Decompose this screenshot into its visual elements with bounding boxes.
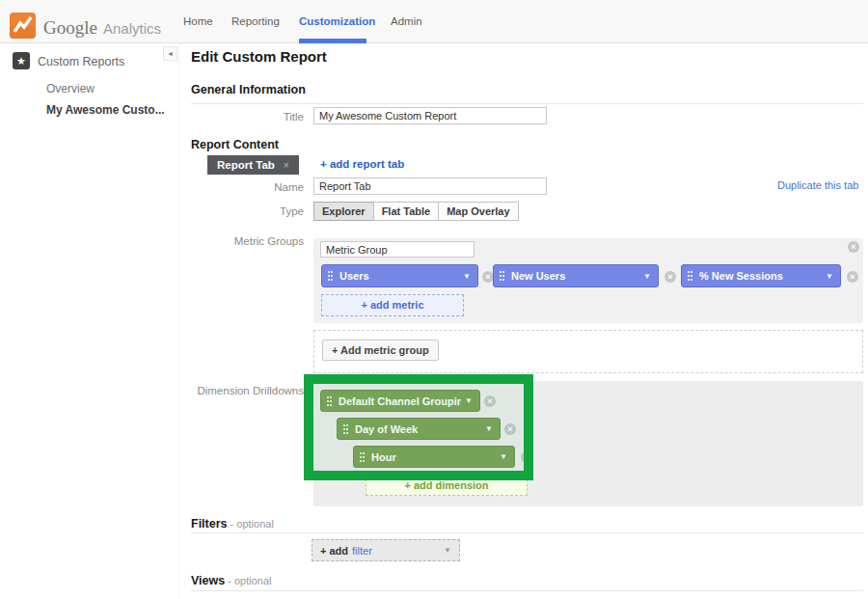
drag-handle-icon[interactable] <box>688 270 693 282</box>
add-metric-button[interactable]: + add metric <box>321 294 464 316</box>
drag-handle-icon[interactable] <box>328 270 334 282</box>
type-segmented-control: Explorer Flat Table Map Overlay <box>313 202 519 221</box>
report-tab-label: Report Tab <box>217 159 275 171</box>
drag-handle-icon[interactable] <box>360 451 366 463</box>
add-metric-group-button[interactable]: + Add metric group <box>322 340 439 361</box>
metric-group-remove-icon[interactable]: × <box>848 241 859 253</box>
custom-reports-star-icon: ★ <box>13 52 30 69</box>
remove-dimension-icon[interactable]: × <box>504 423 516 435</box>
add-filter-button[interactable]: + add filter ▼ <box>312 539 460 561</box>
dropdown-caret-icon[interactable]: ▼ <box>826 272 833 281</box>
dropdown-caret-icon[interactable]: ▼ <box>463 272 471 281</box>
nav-reporting[interactable]: Reporting <box>231 15 280 27</box>
type-option-explorer[interactable]: Explorer <box>313 202 374 221</box>
dimension-pill-hour[interactable]: Hour ▼ <box>353 446 515 468</box>
sidebar: ★ Custom Reports ◄ Overview My Awesome C… <box>0 43 179 599</box>
dropdown-caret-icon[interactable]: ▼ <box>465 396 473 405</box>
name-label: Name <box>191 181 304 193</box>
sidebar-collapse-button[interactable]: ◄ <box>163 46 177 61</box>
sidebar-item-my-awesome-custom-report[interactable]: My Awesome Custo... <box>46 103 165 117</box>
duplicate-this-tab-link[interactable]: Duplicate this tab <box>777 179 858 191</box>
name-input[interactable] <box>313 177 547 195</box>
type-option-map-overlay[interactable]: Map Overlay <box>438 202 518 221</box>
type-label: Type <box>191 205 304 217</box>
remove-metric-new-users-icon[interactable]: × <box>665 271 676 283</box>
type-option-flat-table[interactable]: Flat Table <box>373 202 440 221</box>
product-text: Analytics <box>103 20 161 37</box>
dimension-drilldowns-label: Dimension Drilldowns <box>191 385 304 396</box>
drag-handle-icon[interactable] <box>500 270 505 282</box>
add-metric-group-region: + Add metric group <box>313 330 863 373</box>
dimension-pill-default-channel-grouping[interactable]: Default Channel Grouping ▼ <box>320 390 480 412</box>
drag-handle-icon[interactable] <box>327 395 333 407</box>
metric-group-name-input[interactable] <box>320 241 475 258</box>
nav-home[interactable]: Home <box>183 15 213 27</box>
page-title: Edit Custom Report <box>191 48 327 65</box>
dropdown-caret-icon[interactable]: ▼ <box>485 424 493 433</box>
filter-caret-icon: ▼ <box>444 546 451 555</box>
divider <box>191 590 863 591</box>
dropdown-caret-icon[interactable]: ▼ <box>643 272 651 281</box>
nav-customization[interactable]: Customization <box>299 15 375 27</box>
title-label: Title <box>191 111 304 123</box>
remove-metric-percent-new-sessions-icon[interactable]: × <box>847 271 858 283</box>
add-report-tab-link[interactable]: + add report tab <box>320 158 404 170</box>
nav-admin[interactable]: Admin <box>391 15 422 27</box>
sidebar-item-overview[interactable]: Overview <box>46 82 95 95</box>
section-general-information: General Information <box>191 83 306 96</box>
custom-reports-label: Custom Reports <box>38 55 124 68</box>
main-content: Edit Custom Report General Information T… <box>179 43 868 599</box>
report-tab-close-icon[interactable]: × <box>284 160 289 171</box>
page: Google Analytics Home Reporting Customiz… <box>0 0 868 599</box>
collapse-arrow-icon: ◄ <box>167 50 174 57</box>
metric-pill-new-users[interactable]: New Users ▼ <box>493 264 659 287</box>
metric-groups-label: Metric Groups <box>191 235 304 247</box>
google-analytics-logo[interactable]: Google Analytics <box>10 8 161 39</box>
remove-dimension-icon[interactable]: × <box>521 451 532 463</box>
app-header: Google Analytics Home Reporting Customiz… <box>0 0 868 43</box>
add-dimension-button[interactable]: + add dimension <box>366 475 528 496</box>
divider <box>191 532 863 533</box>
remove-dimension-icon[interactable]: × <box>484 395 496 407</box>
metric-pill-percent-new-sessions[interactable]: % New Sessions ▼ <box>681 264 841 287</box>
section-views: Views - optional <box>191 574 272 587</box>
brand-text: Google <box>43 17 97 39</box>
title-input[interactable] <box>313 107 547 124</box>
drag-handle-icon[interactable] <box>343 423 349 435</box>
section-report-content: Report Content <box>191 138 279 151</box>
metric-pill-users[interactable]: Users ▼ <box>321 264 478 287</box>
views-optional-text: - optional <box>225 575 271 586</box>
dropdown-caret-icon[interactable]: ▼ <box>500 452 507 461</box>
dimension-pill-day-of-week[interactable]: Day of Week ▼ <box>337 418 501 440</box>
analytics-logo-icon <box>10 13 36 39</box>
report-tab[interactable]: Report Tab × <box>207 155 299 175</box>
divider <box>191 103 863 104</box>
section-filters: Filters - optional <box>191 517 274 531</box>
filters-optional-text: - optional <box>228 518 274 530</box>
